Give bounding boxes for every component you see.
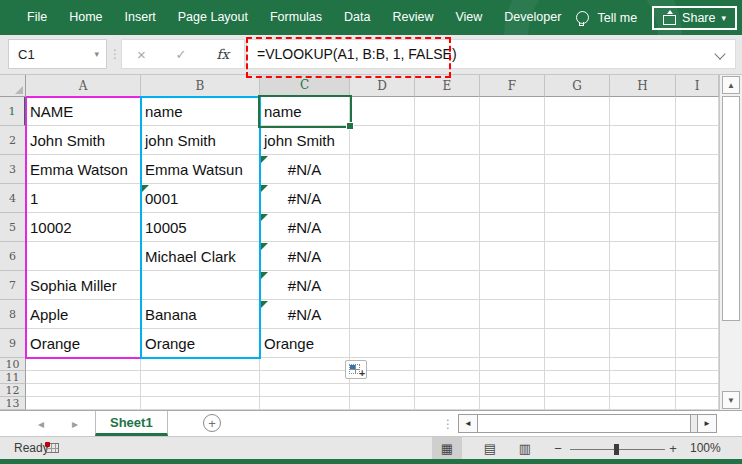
error-indicator-C8: [261, 301, 268, 308]
ribbon-tab-file[interactable]: File: [16, 0, 58, 35]
formula-buttons-group: × ✓ fx: [121, 39, 245, 69]
ribbon-tab-home[interactable]: Home: [58, 0, 113, 35]
horizontal-scrollbar-thumb[interactable]: [478, 415, 691, 432]
enter-icon[interactable]: ✓: [176, 47, 187, 62]
tell-me-label[interactable]: Tell me: [598, 11, 638, 25]
zoom-slider-thumb[interactable]: [614, 444, 619, 455]
share-icon: [663, 15, 676, 25]
fill-handle[interactable]: [346, 122, 354, 130]
error-indicator-C7: [261, 272, 268, 279]
error-indicator-B4: [142, 185, 149, 192]
sheet-nav-right-icon[interactable]: ▸: [72, 411, 78, 436]
ribbon: FileHomeInsertPage LayoutFormulasDataRev…: [0, 0, 742, 35]
ribbon-tabs: FileHomeInsertPage LayoutFormulasDataRev…: [16, 0, 572, 35]
ribbon-tab-formulas[interactable]: Formulas: [259, 0, 333, 35]
ribbon-right-group: Tell me Share ▾: [576, 0, 737, 35]
formula-bar-drag-handle[interactable]: ⋮: [109, 39, 121, 69]
bottom-accent-strip: [0, 459, 742, 464]
highlighted-range-A1:A9: [25, 96, 142, 359]
scroll-down-icon[interactable]: ▼: [722, 391, 740, 409]
spreadsheet-grid: ABCDEFGHI 12345678910111213 NAMEJohn Smi…: [0, 75, 719, 410]
ribbon-tab-insert[interactable]: Insert: [114, 0, 167, 35]
view-page-layout-button[interactable]: ▤: [475, 437, 505, 459]
sheet-tab-bar: ◂ ▸ Sheet1 + ⋮ ◄ ►: [0, 410, 742, 436]
error-indicator-C6: [261, 243, 268, 250]
vertical-scrollbar-thumb[interactable]: [722, 96, 740, 321]
tab-bar-splitter[interactable]: ⋮: [442, 411, 454, 436]
ribbon-tab-page-layout[interactable]: Page Layout: [167, 0, 259, 35]
scroll-left-icon[interactable]: ◄: [459, 415, 478, 432]
formula-bar: C1 ▾ ⋮ × ✓ fx =VLOOKUP(A1, B:B, 1, FALSE…: [0, 35, 742, 75]
zoom-out-button[interactable]: −: [552, 437, 564, 459]
ribbon-tab-view[interactable]: View: [444, 0, 493, 35]
chevron-down-icon: ▾: [721, 13, 726, 23]
sheet-tab-sheet1[interactable]: Sheet1: [95, 411, 168, 436]
error-indicator-C5: [261, 214, 268, 221]
scroll-up-icon[interactable]: ▲: [722, 76, 740, 94]
highlighted-range-B1:B9: [140, 96, 261, 359]
add-sheet-button[interactable]: +: [203, 414, 221, 432]
view-page-break-button[interactable]: ▥: [510, 437, 540, 459]
vertical-scrollbar[interactable]: ▲ ▼: [719, 75, 742, 410]
share-button[interactable]: Share ▾: [652, 6, 737, 30]
sheet-nav-left-icon[interactable]: ◂: [38, 411, 44, 436]
name-box[interactable]: C1 ▾: [8, 39, 107, 69]
zoom-in-button[interactable]: +: [667, 437, 679, 459]
insert-function-icon[interactable]: fx: [216, 46, 229, 62]
error-indicator-C3: [261, 156, 268, 163]
zoom-level[interactable]: 100%: [690, 437, 721, 459]
auto-fill-plus-icon: +: [359, 369, 365, 379]
select-all-corner-icon: [15, 86, 23, 94]
status-text: Ready: [14, 437, 49, 459]
name-box-value: C1: [18, 47, 35, 62]
ribbon-tab-review[interactable]: Review: [381, 0, 444, 35]
ribbon-tab-data[interactable]: Data: [333, 0, 381, 35]
share-label: Share: [682, 11, 715, 25]
macro-record-icon[interactable]: [46, 443, 59, 453]
view-normal-button[interactable]: ▦: [432, 437, 462, 459]
excel-window: FileHomeInsertPage LayoutFormulasDataRev…: [0, 0, 742, 464]
select-all-button[interactable]: [0, 75, 26, 97]
formula-input[interactable]: =VLOOKUP(A1, B:B, 1, FALSE): [246, 39, 736, 69]
error-indicator-C4: [261, 185, 268, 192]
expand-formula-bar-icon[interactable]: [714, 48, 725, 59]
auto-fill-options-button[interactable]: +: [345, 360, 367, 379]
status-bar: Ready ▦ ▤ ▥ − + 100%: [0, 436, 742, 459]
horizontal-scrollbar[interactable]: ◄ ►: [458, 414, 717, 433]
formula-text: =VLOOKUP(A1, B:B, 1, FALSE): [257, 46, 457, 62]
selected-cell-border: [258, 95, 352, 128]
chevron-down-icon[interactable]: ▾: [94, 49, 99, 59]
scroll-right-icon[interactable]: ►: [697, 415, 716, 432]
lightbulb-icon[interactable]: [576, 11, 589, 24]
ribbon-tab-developer[interactable]: Developer: [493, 0, 572, 35]
cancel-icon[interactable]: ×: [137, 46, 146, 63]
